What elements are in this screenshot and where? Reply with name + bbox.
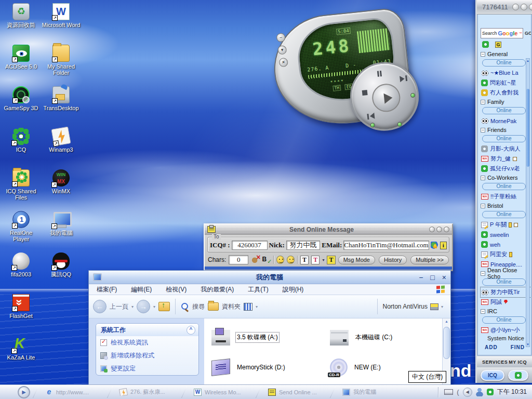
desktop-icon-kazaa[interactable]: ↗KaZaA Lite	[2, 336, 41, 377]
system-tasks-header[interactable]: 系統工作 ^	[96, 324, 198, 336]
user-details-icon[interactable]	[431, 242, 438, 249]
stop-button[interactable]	[362, 90, 368, 96]
collapse-minus-icon[interactable]: −	[481, 176, 485, 180]
icq-scroll-down-icon[interactable]: ▼	[526, 343, 529, 346]
explorer-close-button[interactable]: ×	[442, 272, 446, 283]
online-divider[interactable]: Online	[482, 211, 526, 218]
icq-status-button[interactable]	[508, 370, 528, 381]
system-notice-item[interactable]: System Notice	[481, 335, 531, 344]
user-info-icon[interactable]: i	[440, 242, 447, 249]
views-button[interactable]	[244, 303, 252, 311]
font-color-dropdown-icon[interactable]: ▾	[322, 258, 324, 262]
previous-button[interactable]	[367, 113, 375, 119]
contact-row[interactable]: weh	[481, 240, 531, 249]
desktop-icon-acdsee[interactable]: ↗ACDSee 5.0	[2, 45, 41, 86]
send-minimize-button[interactable]	[429, 227, 435, 232]
desktop-icon-qq[interactable]: ↗騰訊QQ	[42, 252, 81, 294]
contact-group-header[interactable]: −Family	[481, 98, 531, 106]
my-icq-button[interactable]: MY ICQ	[509, 360, 527, 365]
desktop-icon-my-computer[interactable]: ↗我的電腦	[42, 211, 81, 252]
up-button[interactable]	[158, 302, 170, 311]
task-pane-item[interactable]: 檢視系統資訊	[96, 336, 198, 349]
multiple-button[interactable]: Multiple >>	[410, 256, 449, 264]
player-minimize-button[interactable]: –	[276, 33, 286, 43]
scroll-up-icon[interactable]: ▲	[443, 320, 450, 323]
shuffle-led-button[interactable]	[370, 123, 375, 128]
send-close-button[interactable]	[444, 227, 449, 232]
pause-button[interactable]	[377, 71, 382, 77]
collapse-minus-icon[interactable]: −	[481, 100, 485, 104]
icq-scrollbar-thumb[interactable]	[526, 89, 529, 167]
history-button[interactable]: History	[379, 256, 407, 264]
volume-led-button[interactable]	[410, 92, 416, 98]
collapse-minus-icon[interactable]: −	[481, 271, 485, 276]
contact-row[interactable]: N/A@小\lyn~小	[481, 325, 531, 335]
collapse-minus-icon[interactable]: −	[481, 52, 485, 57]
collapse-minus-icon[interactable]: −	[481, 309, 485, 314]
scrollbar-thumb[interactable]	[443, 327, 450, 359]
back-dropdown-icon[interactable]: ▾	[131, 304, 134, 309]
desktop-icon-shared-folder[interactable]: ↗My Shared Folder	[42, 45, 81, 86]
task-pane-item[interactable]: 變更設定	[96, 362, 198, 375]
desktop-icon-realone[interactable]: ↗RealOne Player	[2, 211, 41, 252]
contact-group-header[interactable]: −General	[481, 50, 531, 58]
views-dropdown-icon[interactable]: ▾	[256, 304, 258, 309]
folders-icon[interactable]	[208, 302, 219, 311]
font-color-button[interactable]: T	[311, 256, 320, 264]
online-divider[interactable]: Online	[482, 135, 526, 142]
desktop-icon-icq-flower[interactable]: ↗ICQ	[2, 128, 41, 169]
start-button[interactable]: ▶	[18, 386, 30, 398]
desktop-icon-flashget[interactable]: ↗FlashGet	[2, 294, 41, 336]
add-button[interactable]: ADD	[485, 344, 498, 350]
online-divider[interactable]: Online	[482, 183, 526, 190]
menu-item[interactable]: 檔案(F)	[97, 285, 117, 294]
online-divider[interactable]: Online	[482, 278, 526, 286]
msg-mode-button[interactable]: Msg Mode	[338, 256, 375, 264]
contact-row[interactable]: 孤兒仔v.v老	[481, 164, 531, 174]
sound-off-icon[interactable]	[251, 256, 259, 264]
desktop-icon-gamespy[interactable]: ↗GameSpy 3D	[2, 86, 41, 128]
collapse-minus-icon[interactable]: −	[481, 128, 485, 132]
taskbar-task-msg[interactable]: Send Online ...	[264, 389, 327, 396]
taskbar-task-ie[interactable]: ehttp://www....	[41, 389, 104, 396]
messenger-tray-icon[interactable]	[476, 388, 483, 396]
contact-row[interactable]: 閃彩虹~星	[481, 78, 531, 88]
online-divider[interactable]: Online	[482, 107, 526, 114]
font-button[interactable]: T	[300, 256, 309, 264]
next-button[interactable]	[400, 75, 407, 82]
contact-group-header[interactable]: −Co-Workers	[481, 174, 531, 182]
collapse-minus-icon[interactable]: −	[481, 204, 485, 208]
explorer-maximize-button[interactable]: □	[430, 272, 434, 283]
contact-row[interactable]: P 年關	[481, 220, 531, 230]
forward-button[interactable]: →	[137, 300, 150, 313]
menu-item[interactable]: 編輯(E)	[131, 285, 152, 294]
desktop-icon-icq-shared[interactable]: ↗ICQ Shared Files	[2, 169, 41, 211]
contact-row[interactable]: N/A阿誠	[481, 297, 531, 307]
back-button[interactable]: ←	[93, 300, 107, 313]
desktop-icon-winamp[interactable]: ↗Winamp3	[42, 128, 81, 169]
icq-tray-icon[interactable]	[487, 389, 494, 395]
desktop-icon-fifa[interactable]: ↗fifa2003	[2, 252, 41, 294]
menu-item[interactable]: 說明(H)	[283, 285, 304, 294]
services-button[interactable]: SERVICES	[482, 360, 508, 365]
contact-row[interactable]: 努力中既Tir	[481, 287, 531, 297]
contact-group-header[interactable]: −IRC	[481, 307, 531, 315]
winamp3-player[interactable]: – ▾ × 5:04 248 276. A D - 01:43 **** TH …	[274, 14, 408, 124]
forward-dropdown-icon[interactable]: ▾	[153, 304, 155, 309]
emoticon-button[interactable]	[276, 256, 284, 264]
taskbar-task-computer[interactable]: 我的電腦	[338, 388, 402, 396]
google-go-button[interactable]: GO	[525, 31, 532, 36]
spell-check-icon[interactable]: B	[262, 256, 270, 264]
explorer-scrollbar[interactable]: ▲ ▼	[442, 318, 450, 395]
icq-scroll-up-icon[interactable]: ▲	[526, 59, 529, 62]
desktop-icon-word[interactable]: ↗Microsoft Word	[42, 3, 81, 45]
icq-main-menu-button[interactable]: ICQ	[481, 370, 504, 381]
norton-antivirus-icon[interactable]	[430, 303, 438, 310]
contact-row[interactable]: MornePak	[481, 116, 531, 126]
desktop-icon-recycle-bin[interactable]: 資源回收筒	[2, 3, 41, 45]
menu-item[interactable]: 工具(T)	[248, 285, 268, 294]
folders-button-label[interactable]: 資料夾	[222, 302, 241, 311]
online-divider[interactable]: Online	[482, 59, 526, 66]
task-pane-item[interactable]: 新增或移除程式	[96, 349, 198, 362]
google-g-icon[interactable]: G	[495, 42, 501, 48]
